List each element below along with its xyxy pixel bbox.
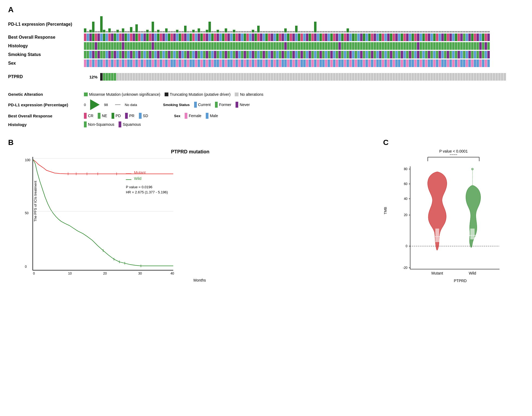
sex-bar-122: [414, 60, 417, 67]
bor-bar-58: [241, 34, 243, 41]
pdl1-bar-73: [282, 31, 284, 32]
sex-bar-25: [152, 60, 154, 67]
pdl1-bar-88: [322, 31, 325, 32]
smoking-bar-104: [365, 51, 368, 58]
sex-bar-7: [103, 60, 105, 67]
ptprd-seg-149: [504, 73, 506, 81]
smoking-bar-18: [133, 51, 135, 58]
sex-bar-94: [338, 60, 341, 67]
smoking-bar-32: [171, 51, 173, 58]
pdl1-bar-118: [403, 31, 406, 32]
ptprd-seg-134: [463, 73, 465, 81]
histology-track-row: Histology: [8, 42, 524, 50]
ptprd-seg-5: [114, 73, 116, 81]
histology-bar-26: [154, 42, 157, 50]
histology-bar-39: [190, 42, 192, 50]
ptprd-seg-43: [217, 73, 219, 81]
ptprd-seg-122: [430, 73, 433, 81]
sex-bar-35: [179, 60, 181, 67]
pdl1-bar-64: [257, 26, 260, 32]
bor-bar-1: [87, 34, 89, 41]
ptprd-seg-89: [341, 73, 344, 81]
pdl1-bar-72: [279, 31, 281, 32]
histology-bar-75: [287, 42, 289, 50]
sex-bar-61: [249, 60, 252, 67]
bor-bar-95: [341, 34, 344, 41]
sex-bar-114: [393, 60, 395, 67]
sex-bar-88: [322, 60, 325, 67]
sex-bar-98: [349, 60, 352, 67]
ptprd-seg-45: [222, 73, 224, 81]
pdl1-bar-51: [222, 31, 224, 32]
sex-bar-83: [309, 60, 311, 67]
histology-bar-7: [103, 42, 105, 50]
ptprd-seg-7: [119, 73, 122, 81]
ptprd-seg-54: [246, 73, 249, 81]
histology-bar-127: [428, 42, 430, 50]
pdl1-bar-139: [460, 31, 463, 32]
histology-bar-25: [152, 42, 154, 50]
bor-bar-116: [398, 34, 400, 41]
smoking-bar-136: [452, 51, 455, 58]
ptprd-row: PTPRD 12%: [8, 73, 524, 81]
bor-bar-121: [412, 34, 414, 41]
smoking-bar-27: [157, 51, 159, 58]
pdl1-bar-19: [135, 24, 138, 32]
histology-legend-items: Non-Squamous Squamous: [84, 121, 141, 127]
pdl1-bar-2: [89, 30, 92, 32]
pdl1-bar-115: [395, 31, 398, 32]
pdl1-bar-124: [420, 31, 422, 32]
bor-pr-item: PR: [125, 113, 134, 119]
ptprd-seg-139: [476, 73, 479, 81]
sex-bar-136: [452, 60, 455, 67]
ptprd-seg-34: [192, 73, 195, 81]
bor-bar-40: [192, 34, 195, 41]
sex-bar-28: [160, 60, 162, 67]
sex-bar-133: [444, 60, 446, 67]
smoking-bar-131: [439, 51, 441, 58]
sex-bar-34: [176, 60, 178, 67]
histology-bar-105: [368, 42, 371, 50]
pdl1-bar-7: [103, 30, 105, 32]
smoking-bar-53: [227, 51, 230, 58]
smoking-bar-140: [463, 51, 465, 58]
histology-bar-138: [458, 42, 460, 50]
histology-bar-46: [208, 42, 211, 50]
histology-bar-112: [387, 42, 390, 50]
sex-bar-59: [244, 60, 246, 67]
smoking-bar-146: [479, 51, 482, 58]
bor-bar-130: [436, 34, 438, 41]
pdl1-bar-82: [306, 31, 308, 32]
smoking-bar-92: [333, 51, 335, 58]
pdl1-bar-132: [441, 31, 444, 32]
histology-bar-107: [374, 42, 376, 50]
bor-bar-39: [190, 34, 192, 41]
bor-bar-133: [444, 34, 446, 41]
pdl1-bar-149: [487, 31, 490, 32]
bor-bar-140: [463, 34, 465, 41]
histology-bar-67: [265, 42, 268, 50]
sex-male-swatch: [206, 113, 208, 119]
sex-bar-91: [330, 60, 333, 67]
smoking-bar-139: [460, 51, 463, 58]
smoking-bar-102: [360, 51, 363, 58]
histology-bar-142: [468, 42, 471, 50]
bor-bar-127: [428, 34, 430, 41]
bor-legend-label: Best Overall Response: [8, 114, 84, 118]
smoking-bar-119: [406, 51, 409, 58]
histology-bar-78: [295, 42, 298, 50]
smoking-bar-100: [355, 51, 357, 58]
sex-bar-89: [325, 60, 327, 67]
sex-bar-33: [173, 60, 176, 67]
sex-bar-144: [474, 60, 476, 67]
sex-bar-46: [208, 60, 211, 67]
ptprd-seg-143: [487, 73, 490, 81]
ptprd-seg-40: [208, 73, 211, 81]
sex-bar-95: [341, 60, 344, 67]
pdl1-bar-20: [138, 31, 141, 32]
histology-bar-35: [179, 42, 181, 50]
violin-pvalue: P value < 0.0001: [383, 149, 524, 153]
pdl1-bar-125: [422, 31, 425, 32]
smoking-bar-99: [352, 51, 354, 58]
ptprd-seg-26: [171, 73, 173, 81]
